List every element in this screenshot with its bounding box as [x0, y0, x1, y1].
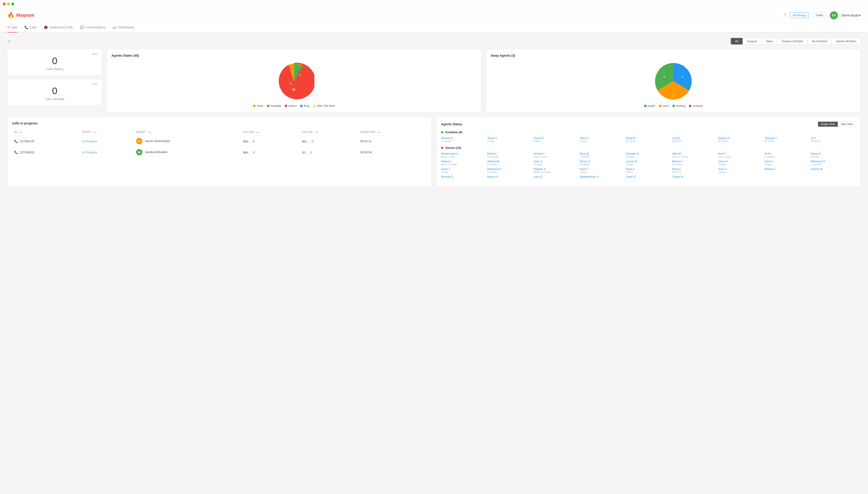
view-buttons: Single View Tabs View — [818, 121, 856, 127]
logo-text: Maqsam — [16, 13, 34, 18]
call-state: In Progress — [80, 147, 134, 158]
available-agents-grid: Marwan K. 2 months Jamal S. 3 days Yazan… — [441, 137, 856, 142]
sort-callee-icon: ▲▼ — [315, 132, 319, 133]
maximize-button[interactable] — [11, 2, 14, 5]
logo-icon: 🔥 — [7, 12, 15, 19]
call-duration: 00:01:11 — [358, 136, 427, 147]
col-duration[interactable]: DURATION ▲▼ — [358, 129, 427, 136]
list-item: Marwa A. — [764, 168, 810, 173]
user-name[interactable]: Elene Assaf ▾ — [842, 14, 861, 17]
col-callee[interactable]: CALLEE ▲▼ — [300, 129, 358, 136]
add-callee-icon[interactable]: ⊕ — [311, 139, 314, 143]
main-content: ⤢ All Support Sales Osama-JOSales Ali-SA… — [0, 33, 868, 192]
add-caller-icon[interactable]: ⊕ — [252, 139, 255, 143]
table-row: 📞 127354135 In Progress AA Ayoub AbuGhar… — [12, 136, 427, 147]
tab-live[interactable]: ⟳ Live — [7, 23, 17, 33]
tab-calls[interactable]: 📞 Calls — [24, 23, 37, 33]
filter-btn-support[interactable]: Support — [743, 38, 761, 44]
call-callee: 961... ⊕ — [300, 136, 358, 147]
col-agent[interactable]: AGENT ▲▼ — [134, 129, 241, 136]
traffic-lights — [3, 2, 14, 5]
list-item: Barina A.6 months — [672, 160, 717, 166]
filter-btn-osama[interactable]: Osama-JOSales — [777, 38, 808, 44]
sort-state-icon: ▲▼ — [93, 132, 96, 133]
list-item: Firas S.13 days — [534, 160, 579, 166]
list-item: Marwan K. 2 months — [441, 137, 486, 142]
calls-handling-label: Calls Handling — [14, 97, 96, 101]
available-dot — [441, 131, 443, 133]
small-cards: Now 0 Calls Waiting Now 0 Calls Handling — [7, 49, 102, 112]
list-item: Osama M. — [811, 168, 856, 173]
list-item: Hiba M.about 1 month — [672, 152, 717, 158]
add-callee-icon[interactable]: ⊕ — [309, 150, 312, 154]
calls-waiting-card: Now 0 Calls Waiting — [7, 49, 102, 75]
live-icon: ⟳ — [7, 25, 10, 29]
whatsapp-button[interactable]: WhatsApp — [790, 13, 809, 18]
list-item: Mahmoud T.2 months — [811, 160, 856, 166]
phone-missed-icon: 📵 — [44, 25, 48, 29]
phone-call-icon: 📞 — [14, 139, 18, 143]
dialer-button[interactable]: Dialer — [813, 13, 826, 18]
svg-text:33: 33 — [292, 88, 295, 91]
tab-unserviced[interactable]: 📵 Unserviced Calls — [44, 23, 73, 33]
agents-states-legend: Away Available Absent Busy — [253, 104, 335, 108]
call-duration: 00:00:54 — [358, 147, 427, 158]
svg-text:1: 1 — [673, 94, 674, 97]
tabs-view-btn[interactable]: Tabs View — [838, 121, 856, 127]
list-item: Rana Q.7 months — [580, 152, 625, 158]
header: 🔥 Maqsam ? WhatsApp Dialer EA Elene Assa… — [0, 8, 868, 23]
header-right: ? WhatsApp Dialer EA Elene Assaf ▾ — [784, 11, 861, 19]
calls-handling-count: 0 — [14, 86, 96, 96]
filter-btn-sales[interactable]: Sales — [761, 38, 778, 44]
filter-btn-all[interactable]: All — [731, 38, 743, 44]
list-item: Lana Q. — [534, 175, 579, 178]
list-item: Rayan Z.24 days — [811, 152, 856, 158]
help-icon[interactable]: ? — [784, 13, 786, 18]
filter-buttons: All Support Sales Osama-JOSales Ali-SASa… — [731, 38, 861, 44]
col-id[interactable]: ID ▲▼ — [12, 129, 80, 136]
col-caller[interactable]: CALLER ▲▼ — [241, 129, 300, 136]
legend-busy: Busy — [300, 104, 310, 108]
tab-phonebook[interactable]: 📖 Phonebook — [112, 23, 134, 33]
call-agent: SE Sandra Elkhatieb — [134, 147, 241, 158]
close-button[interactable] — [3, 2, 6, 5]
list-item: Tasneem I. 04:13:52 — [764, 137, 810, 142]
list-item: Mostafa S. — [441, 175, 486, 178]
add-caller-icon[interactable]: ⊕ — [252, 150, 255, 154]
list-item: Tahani H. — [672, 175, 717, 178]
list-item: Sinan T.3 days — [441, 168, 486, 173]
col-state[interactable]: STATE ▲▼ — [80, 129, 134, 136]
away-agents-legend: prayer lunch meeting studying — [644, 104, 703, 108]
table-row: 📞 127354202 In Progress SE Sandra Elkhat… — [12, 147, 427, 158]
list-item: Louren B.3 days — [626, 160, 671, 166]
list-item: Jamal S. 3 days — [487, 137, 532, 142]
call-state: In Progress — [80, 136, 134, 147]
call-callee: 20... ⊕ — [300, 147, 358, 158]
filter-btn-ali[interactable]: Ali-SASales — [808, 38, 832, 44]
absent-agents-grid: Muhammad S.about 1 yearElene A.10 months… — [441, 152, 856, 178]
book-icon: 📖 — [112, 25, 116, 29]
legend-meeting: meeting — [672, 104, 686, 108]
list-item: Yazan B. 6 days — [534, 137, 579, 142]
filter-btn-ayoub[interactable]: Ayoub-AESales — [832, 38, 861, 44]
calls-waiting-timestamp: Now — [92, 52, 97, 56]
sort-id-icon: ▲▼ — [19, 132, 23, 133]
phone-icon: 📞 — [24, 25, 28, 29]
legend-available: Available — [267, 104, 281, 108]
avatar: EA — [830, 11, 838, 19]
calls-handling-timestamp: Now — [92, 82, 97, 86]
agents-status-card: Agents Status Single View Tabs View Avai… — [436, 117, 861, 187]
legend-acw: After Call Work — [313, 104, 335, 108]
list-item: Luai D. 00:47:04 — [672, 137, 717, 142]
list-item: Basel B. 01:26:45 — [626, 137, 671, 142]
expand-icon[interactable]: ⤢ — [7, 39, 11, 44]
agents-states-chart: 33 9 3 Away Available Absent — [111, 61, 477, 108]
filter-row: ⤢ All Support Sales Osama-JOSales Ali-SA… — [7, 38, 861, 44]
single-view-btn[interactable]: Single View — [818, 121, 838, 127]
minimize-button[interactable] — [7, 2, 10, 5]
calls-in-progress-card: Calls in progress ID ▲▼ STATE ▲▼ AGENT — [7, 117, 432, 187]
away-agents-card: Away Agents (3) 1 1 1 — [486, 49, 861, 112]
tab-conversations[interactable]: 💬 Conversations — [80, 23, 106, 33]
list-item: Raghad S.about 2 months — [534, 168, 579, 173]
sort-caller-icon: ▲▼ — [256, 132, 260, 133]
